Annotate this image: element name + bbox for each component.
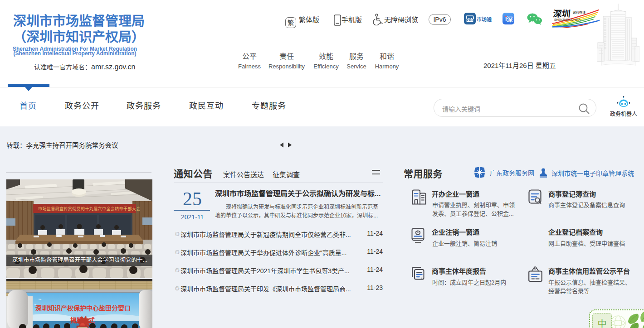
svg-text:市场监督局宣传贯彻党的十九届六中全会精神干部大会: 市场监督局宣传贯彻党的十九届六中全会精神干部大会 [38, 206, 141, 211]
svg-text:深圳知识产权保护中心盐田分窗口: 深圳知识产权保护中心盐田分窗口 [35, 304, 131, 312]
svg-text:深圳: 深圳 [553, 9, 571, 19]
svg-text:政府在线: 政府在线 [573, 10, 585, 14]
svg-text:SHENZHEN CHINA: SHENZHEN CHINA [554, 18, 581, 21]
svg-text:深: 深 [507, 16, 513, 23]
